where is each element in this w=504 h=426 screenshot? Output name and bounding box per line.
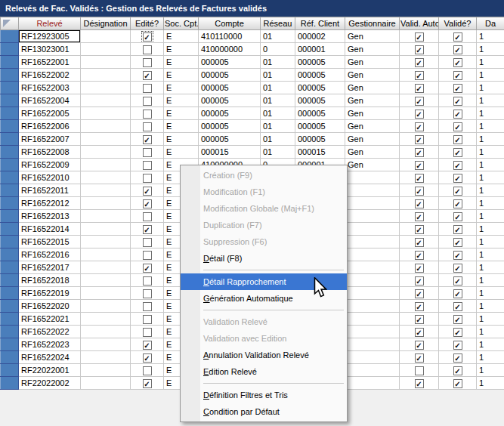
row-selector[interactable] xyxy=(1,184,19,197)
cell-soc-cpt[interactable]: E xyxy=(164,69,199,82)
cell-date[interactable]: 1 xyxy=(477,159,504,171)
cell-reseau[interactable]: 01 xyxy=(261,133,295,146)
valid-auto-checkbox[interactable] xyxy=(415,366,424,375)
cell-date[interactable]: 1 xyxy=(477,287,504,300)
cell-date[interactable]: 1 xyxy=(477,313,504,326)
cell-releve[interactable]: RF12923005 xyxy=(19,30,81,43)
edite-cell[interactable]: ✓ xyxy=(131,351,164,364)
valid-auto-checkbox[interactable]: ✓ xyxy=(415,84,424,93)
cell-releve[interactable]: RF16522007 xyxy=(19,133,81,146)
table-row[interactable]: RF12923005✓E41011000001000002Gen✓✓1 xyxy=(1,30,504,43)
cell-designation[interactable] xyxy=(81,94,131,107)
edite-checkbox[interactable] xyxy=(143,328,152,337)
cell-releve[interactable]: RF22022001 xyxy=(19,364,81,377)
edite-cell[interactable] xyxy=(131,287,164,300)
valide-checkbox[interactable]: ✓ xyxy=(453,161,462,170)
cell-reseau[interactable]: 01 xyxy=(261,146,295,159)
cell-reseau[interactable]: 01 xyxy=(261,69,295,82)
valide-checkbox[interactable]: ✓ xyxy=(453,366,462,375)
valide-checkbox[interactable]: ✓ xyxy=(453,110,462,119)
edite-checkbox[interactable] xyxy=(143,238,152,247)
cell-releve[interactable]: RF16522003 xyxy=(19,82,81,94)
cell-designation[interactable] xyxy=(81,146,131,159)
edite-cell[interactable]: ✓ xyxy=(131,377,164,390)
valid-auto-checkbox[interactable]: ✓ xyxy=(415,225,424,234)
valide-cell[interactable]: ✓ xyxy=(439,69,477,82)
cell-gestionnaire[interactable] xyxy=(345,377,400,390)
row-selector[interactable] xyxy=(1,351,19,364)
valide-cell[interactable]: ✓ xyxy=(439,326,477,338)
cell-gestionnaire[interactable]: Gen xyxy=(345,159,400,171)
edite-cell[interactable] xyxy=(131,171,164,184)
cell-designation[interactable] xyxy=(81,184,131,197)
cell-designation[interactable] xyxy=(81,30,131,43)
cell-gestionnaire[interactable] xyxy=(345,248,400,261)
edite-checkbox[interactable]: ✓ xyxy=(143,71,152,80)
cell-soc-cpt[interactable]: E xyxy=(164,30,199,43)
table-row[interactable]: RF16522007✓E00000501000005Gen✓✓1 xyxy=(1,133,504,146)
cell-reseau[interactable]: 01 xyxy=(261,82,295,94)
row-selector[interactable] xyxy=(1,171,19,184)
cell-date[interactable]: 1 xyxy=(477,326,504,338)
valid-auto-cell[interactable] xyxy=(400,364,439,377)
edite-checkbox[interactable] xyxy=(143,289,152,298)
valid-auto-cell[interactable]: ✓ xyxy=(400,313,439,326)
cell-soc-cpt[interactable]: E xyxy=(164,133,199,146)
edite-cell[interactable]: ✓ xyxy=(131,30,164,43)
row-selector[interactable] xyxy=(1,364,19,377)
valide-checkbox[interactable]: ✓ xyxy=(453,58,462,67)
valide-checkbox[interactable]: ✓ xyxy=(453,187,462,196)
row-selector[interactable] xyxy=(1,197,19,210)
valid-auto-checkbox[interactable]: ✓ xyxy=(415,328,424,337)
cell-ref-client[interactable]: 000005 xyxy=(295,69,345,82)
valid-auto-cell[interactable]: ✓ xyxy=(400,274,439,287)
column-header-edite[interactable]: Edité? xyxy=(131,17,164,30)
cell-compte[interactable]: 410000000 xyxy=(199,43,261,56)
edite-cell[interactable]: ✓ xyxy=(131,69,164,82)
valid-auto-cell[interactable]: ✓ xyxy=(400,94,439,107)
valide-cell[interactable]: ✓ xyxy=(439,300,477,313)
valid-auto-checkbox[interactable]: ✓ xyxy=(415,289,424,298)
column-header-date[interactable]: Da xyxy=(477,17,504,30)
edite-cell[interactable]: ✓ xyxy=(131,223,164,236)
cell-reseau[interactable]: 01 xyxy=(261,120,295,133)
valide-checkbox[interactable]: ✓ xyxy=(453,212,462,221)
valid-auto-checkbox[interactable]: ✓ xyxy=(415,276,424,286)
cell-gestionnaire[interactable] xyxy=(345,236,400,248)
row-selector[interactable] xyxy=(1,338,19,351)
valid-auto-checkbox[interactable]: ✓ xyxy=(415,148,424,157)
cell-date[interactable]: 1 xyxy=(477,300,504,313)
valid-auto-cell[interactable]: ✓ xyxy=(400,326,439,338)
cell-date[interactable]: 1 xyxy=(477,107,504,120)
valide-cell[interactable]: ✓ xyxy=(439,236,477,248)
edite-cell[interactable] xyxy=(131,300,164,313)
edite-cell[interactable] xyxy=(131,43,164,56)
edite-checkbox[interactable] xyxy=(143,315,152,324)
cell-releve[interactable]: RF16522020 xyxy=(19,300,81,313)
cell-date[interactable]: 1 xyxy=(477,210,504,223)
cell-designation[interactable] xyxy=(81,56,131,69)
cell-releve[interactable]: RF16522018 xyxy=(19,274,81,287)
edite-cell[interactable] xyxy=(131,326,164,338)
column-header-soc-cpt[interactable]: Soc. Cpt. xyxy=(164,17,199,30)
cell-date[interactable]: 1 xyxy=(477,274,504,287)
valid-auto-checkbox[interactable]: ✓ xyxy=(415,199,424,208)
cell-releve[interactable]: RF16522008 xyxy=(19,146,81,159)
row-selector[interactable] xyxy=(1,82,19,94)
menu-item[interactable]: Annulation Validation Relevé xyxy=(181,347,347,363)
valide-checkbox[interactable]: ✓ xyxy=(453,264,462,273)
valide-checkbox[interactable]: ✓ xyxy=(453,341,462,350)
cell-designation[interactable] xyxy=(81,287,131,300)
edite-checkbox[interactable] xyxy=(143,212,152,221)
cell-date[interactable]: 1 xyxy=(477,184,504,197)
cell-gestionnaire[interactable]: Gen xyxy=(345,133,400,146)
valide-checkbox[interactable]: ✓ xyxy=(453,45,462,54)
cell-gestionnaire[interactable] xyxy=(345,338,400,351)
valide-checkbox[interactable]: ✓ xyxy=(453,84,462,93)
valid-auto-cell[interactable]: ✓ xyxy=(400,120,439,133)
edite-checkbox[interactable] xyxy=(143,276,152,286)
cell-releve[interactable]: RF16522004 xyxy=(19,94,81,107)
edite-cell[interactable] xyxy=(131,210,164,223)
edite-checkbox[interactable] xyxy=(143,122,152,131)
edite-checkbox[interactable]: ✓ xyxy=(143,264,152,273)
